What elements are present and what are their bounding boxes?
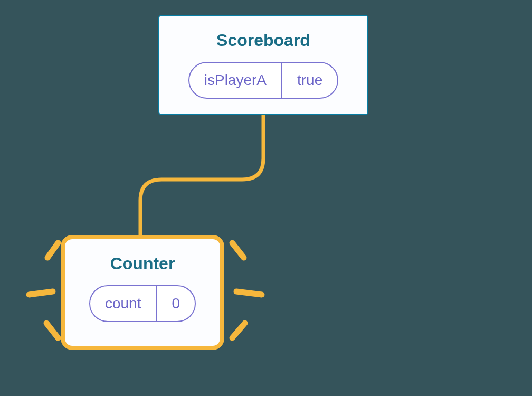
scoreboard-state-pill: isPlayerA true	[188, 62, 339, 99]
counter-state-value: 0	[156, 286, 195, 321]
svg-line-0	[48, 243, 58, 258]
scoreboard-state-value: true	[281, 63, 337, 98]
burst-right-icon	[222, 232, 274, 354]
svg-line-4	[236, 291, 262, 295]
scoreboard-state-key: isPlayerA	[189, 63, 281, 98]
svg-line-1	[29, 291, 53, 295]
counter-state-key: count	[90, 286, 156, 321]
counter-state-pill: count 0	[89, 285, 196, 322]
svg-line-3	[232, 243, 244, 258]
counter-title: Counter	[65, 254, 220, 274]
scoreboard-title: Scoreboard	[159, 31, 367, 50]
svg-line-2	[46, 323, 58, 338]
counter-node: Counter count 0	[61, 235, 224, 350]
scoreboard-node: Scoreboard isPlayerA true	[158, 15, 368, 115]
svg-line-5	[232, 323, 245, 338]
